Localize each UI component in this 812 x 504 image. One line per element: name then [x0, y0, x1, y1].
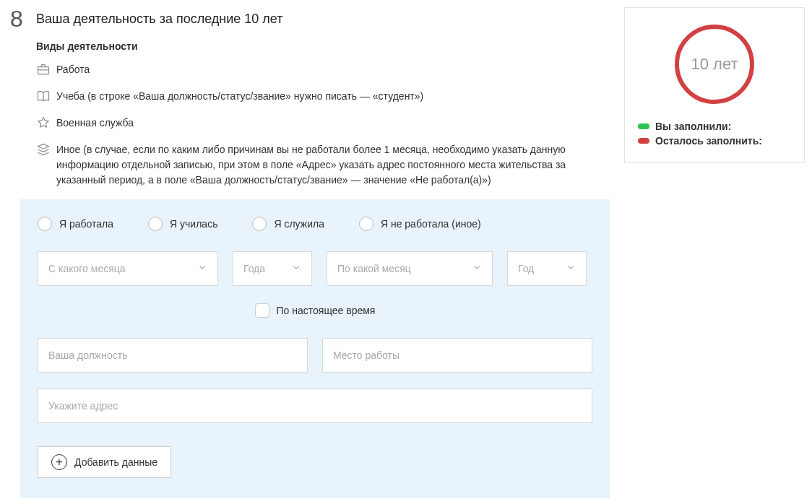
- legend-filled-label: Вы заполнили:: [655, 121, 731, 132]
- address-input[interactable]: Укажите адрес: [38, 388, 592, 423]
- activity-type-study: Учеба (в строке «Ваша должность/статус/з…: [36, 89, 610, 104]
- to-year-select[interactable]: Год: [507, 251, 587, 286]
- radio-circle-icon: [38, 217, 52, 231]
- activity-form: Я работала Я училась Я служила Я не рабо…: [20, 199, 610, 498]
- to-month-placeholder: По какой месяц: [337, 263, 411, 274]
- address-placeholder: Укажите адрес: [48, 400, 118, 412]
- radio-not-worked-label: Я не работала (иное): [381, 218, 481, 230]
- to-year-placeholder: Год: [518, 263, 534, 274]
- legend-remaining-label: Осталось заполнить:: [655, 135, 762, 147]
- radio-circle-icon: [359, 217, 373, 231]
- workplace-input[interactable]: Место работы: [322, 338, 592, 373]
- legend-pill-green: [638, 123, 649, 129]
- chevron-down-icon: [291, 263, 301, 275]
- stack-icon: [36, 142, 56, 157]
- progress-card: 10 лет Вы заполнили: Осталось заполнить:: [624, 7, 805, 163]
- briefcase-icon: [36, 62, 56, 77]
- activity-type-work: Работа: [36, 62, 610, 77]
- present-checkbox[interactable]: [255, 303, 269, 318]
- section-title: Ваша деятельность за последние 10 лет: [36, 7, 282, 27]
- to-month-select[interactable]: По какой месяц: [327, 251, 493, 286]
- add-data-label: Добавить данные: [74, 456, 157, 468]
- chevron-down-icon: [566, 263, 576, 275]
- radio-circle-icon: [148, 217, 163, 231]
- legend-filled: Вы заполнили:: [638, 121, 791, 132]
- from-month-select[interactable]: С какого месяца: [38, 251, 218, 286]
- radio-not-worked[interactable]: Я не работала (иное): [359, 217, 481, 231]
- radio-worked[interactable]: Я работала: [38, 217, 113, 231]
- workplace-placeholder: Место работы: [333, 349, 399, 361]
- radio-served-label: Я служила: [274, 218, 324, 230]
- legend-pill-red: [638, 138, 649, 144]
- activity-type-military-label: Военная служба: [56, 116, 148, 131]
- star-icon: [36, 116, 56, 130]
- radio-studied-label: Я училась: [170, 218, 217, 230]
- from-year-select[interactable]: Года: [233, 251, 312, 286]
- activity-type-other: Иное (в случае, если по каким либо причи…: [36, 142, 610, 188]
- radio-studied[interactable]: Я училась: [148, 217, 217, 231]
- progress-donut: 10 лет: [671, 21, 758, 108]
- plus-icon: +: [51, 454, 67, 470]
- from-month-placeholder: С какого месяца: [48, 263, 126, 274]
- activity-types-heading: Виды деятельности: [36, 40, 610, 52]
- position-placeholder: Ваша должность: [48, 349, 127, 361]
- present-label: По настоящее время: [277, 305, 376, 316]
- chevron-down-icon: [197, 263, 207, 275]
- activity-type-study-label: Учеба (в строке «Ваша должность/статус/з…: [56, 89, 438, 104]
- from-year-placeholder: Года: [243, 263, 265, 274]
- position-input[interactable]: Ваша должность: [38, 338, 308, 373]
- section-number: 8: [0, 7, 36, 30]
- chevron-down-icon: [472, 263, 482, 275]
- legend-remaining: Осталось заполнить:: [638, 135, 791, 147]
- progress-donut-label: 10 лет: [671, 21, 758, 108]
- add-data-button[interactable]: + Добавить данные: [38, 446, 171, 478]
- activity-type-work-label: Работа: [56, 62, 104, 77]
- activity-type-other-label: Иное (в случае, если по каким либо причи…: [56, 142, 610, 188]
- radio-served[interactable]: Я служила: [252, 217, 324, 231]
- radio-circle-icon: [252, 217, 267, 231]
- svg-rect-0: [38, 67, 49, 74]
- radio-worked-label: Я работала: [59, 218, 113, 230]
- activity-type-military: Военная служба: [36, 116, 610, 131]
- book-icon: [36, 89, 56, 103]
